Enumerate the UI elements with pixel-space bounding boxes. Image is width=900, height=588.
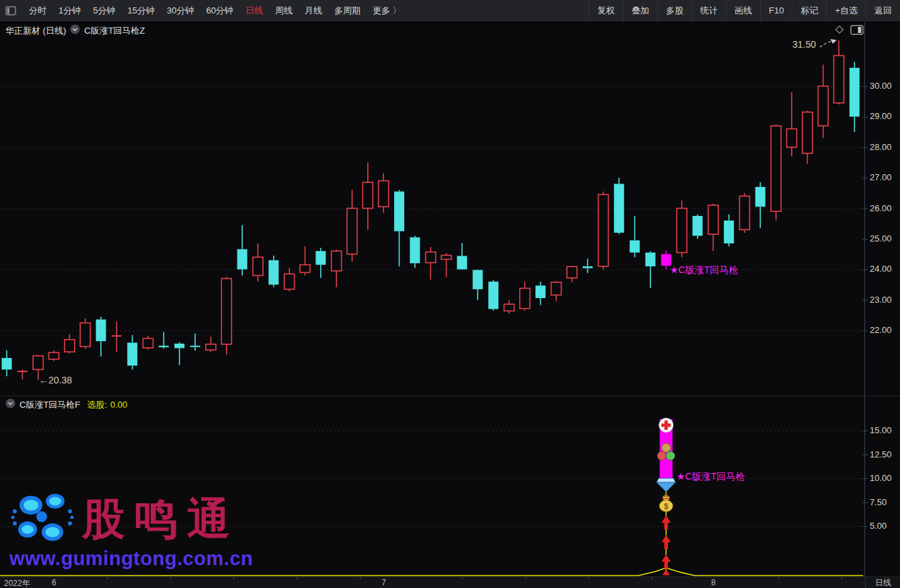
watermark-brand-text: 股鸣通 [82,497,239,540]
tool-button-6[interactable]: 标记 [792,0,826,22]
svg-text:$: $ [664,502,669,511]
main-chart-header: 华正新材 (日线) C版涨T回马枪Z [5,24,145,37]
tool-button-3[interactable]: 统计 [691,0,726,22]
tool-button-7[interactable]: +自选 [826,0,866,22]
tool-button-8[interactable]: 返回 [866,0,900,22]
trading-app-window: { "toolbar": { "periods": [ {"label":"分时… [0,0,900,588]
main-y-tick: 22.00 [870,325,899,335]
tool-button-4[interactable]: 画线 [726,0,760,22]
main-y-tick: 25.00 [870,233,899,244]
watermark-url: www.gumingtong.com.cn [9,548,326,570]
main-signal-label: ★C版涨T回马枪 [670,264,738,277]
tool-button-1[interactable]: 叠加 [623,0,657,22]
sub-y-tick: 5.00 [870,521,899,531]
period-tab-0[interactable]: 分时 [23,5,52,17]
axis-year-label: 2022年 [4,578,30,588]
main-y-tick: 28.00 [870,142,899,152]
axis-period-label: 日线 [866,577,900,588]
tool-button-0[interactable]: 复权 [589,0,623,22]
low-price-annotation: ←20.38 [39,375,72,385]
axis-minor-tick [841,577,842,580]
stock-pick-label: 选股: [87,399,107,411]
main-y-tick: 23.00 [870,295,899,305]
period-tab-7[interactable]: 周线 [269,5,299,17]
axis-minor-tick [170,577,171,580]
watermark: 股鸣通 www.gumingtong.com.cn [9,491,326,570]
period-tab-6[interactable]: 日线 [239,5,269,17]
axis-minor-tick [462,577,463,580]
axis-minor-tick [652,577,652,580]
axis-period-selector[interactable]: 日线 [865,577,900,588]
axis-minor-tick [297,577,297,580]
sub-indicator-name: C版涨T回马枪F [20,399,80,411]
period-tab-9[interactable]: 多周期 [328,5,367,17]
axis-month-label: 6 [52,578,57,587]
axis-minor-tick [525,577,526,580]
axis-month-label: 8 [711,578,716,587]
period-tab-10[interactable]: 更多 〉 [367,5,408,17]
axis-minor-tick [778,577,779,580]
panel-toggle-icon[interactable] [5,6,16,15]
stock-pick-value: 0.00 [110,400,127,410]
axis-minor-tick [107,577,108,580]
axis-month-label: 7 [381,578,386,587]
period-tab-3[interactable]: 15分钟 [121,5,160,17]
sub-y-tick: 10.00 [870,473,899,483]
main-y-tick: 24.00 [870,264,899,274]
time-axis: 2022年 6 7 8 日线 [0,577,900,588]
period-tabs: 分时1分钟5分钟15分钟30分钟60分钟日线周线月线多周期更多 〉 [23,5,408,17]
axis-minor-tick [233,577,234,580]
tool-button-2[interactable]: 多股 [657,0,691,22]
main-y-tick: 26.00 [870,203,899,213]
main-y-tick: 30.00 [870,81,899,91]
main-y-tick: 27.00 [870,172,899,182]
period-tab-4[interactable]: 30分钟 [161,5,200,17]
tool-buttons: 复权叠加多股统计画线F10标记+自选返回 [589,0,900,22]
sub-panel-header: C版涨T回马枪F 选股: 0.00 [5,398,127,411]
period-tab-2[interactable]: 5分钟 [87,5,121,17]
top-toolbar: 分时1分钟5分钟15分钟30分钟60分钟日线周线月线多周期更多 〉 复权叠加多股… [0,0,900,22]
main-indicator-name: C版涨T回马枪Z [84,25,145,37]
tool-button-5[interactable]: F10 [760,0,792,22]
diamond-icon[interactable] [834,24,845,38]
axis-minor-tick [360,577,361,580]
sub-signal-label: ★C版涨T回马枪 [677,471,745,483]
axis-minor-tick [589,577,589,580]
chart-corner-buttons [834,24,864,38]
stock-title: 华正新材 (日线) [5,25,66,37]
sub-y-tick: 7.50 [870,497,899,507]
period-tab-5[interactable]: 60分钟 [200,5,239,17]
watermark-logo-icon [9,491,77,546]
chevron-down-circle-icon[interactable] [5,398,15,411]
sub-y-tick: 12.50 [870,449,899,460]
sub-y-tick: 15.00 [870,425,899,435]
period-tab-8[interactable]: 月线 [299,5,328,17]
high-price-annotation: 31.50 [792,39,816,50]
period-tab-1[interactable]: 1分钟 [52,5,87,17]
chevron-down-circle-icon[interactable] [70,24,80,37]
main-y-tick: 29.00 [870,111,899,121]
split-pane-icon[interactable] [850,25,864,38]
